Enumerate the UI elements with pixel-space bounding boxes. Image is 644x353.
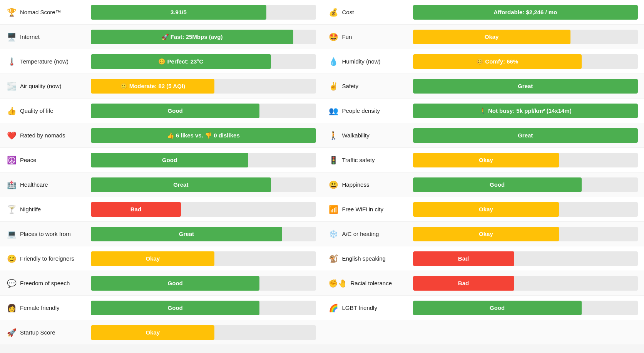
metric-label: ✊🤚 Racial tolerance <box>328 279 413 288</box>
bar-area: 😐 Moderate: 82 (5 AQI) <box>91 79 316 94</box>
metric-name: A/C or heating <box>342 231 379 237</box>
bar-area: Good <box>91 104 316 118</box>
metric-name: Rated by nomads <box>20 132 65 139</box>
metric-name: Nomad Score™ <box>20 9 61 15</box>
bar-wrapper: Okay <box>413 153 638 167</box>
metric-label: 🏆 Nomad Score™ <box>6 8 91 17</box>
metric-icon: ✊🤚 <box>328 279 348 288</box>
metric-name: Internet <box>20 33 40 40</box>
metric-name: Walkability <box>342 132 370 139</box>
score-bar: Okay <box>91 325 214 340</box>
table-row: 🚀 Startup Score Okay <box>0 320 322 345</box>
table-row: 💧 Humidity (now) 😊 Comfy: 66% <box>322 49 644 74</box>
metric-icon: 😃 <box>328 180 339 189</box>
bar-area: 🚶 Not busy: 5k ppl/km² (14x14m) <box>413 104 638 118</box>
right-column: 💰 Cost Affordable: $2,246 / mo 🤩 Fun Oka… <box>322 0 644 345</box>
table-row: 🌡️ Temperature (now) 😊 Perfect: 23°C <box>0 49 322 74</box>
score-bar: Okay <box>413 153 559 167</box>
metric-name: Air quality (now) <box>20 83 62 89</box>
metric-icon: 🚀 <box>6 328 17 337</box>
metric-icon: 👍 <box>6 106 17 115</box>
metric-name: Friendly to foreigners <box>20 255 74 262</box>
table-row: ✊🤚 Racial tolerance Bad <box>322 271 644 296</box>
metric-icon: 💻 <box>6 229 17 239</box>
metric-label: 💰 Cost <box>328 8 413 17</box>
score-bar: 3.91/5 <box>91 5 266 20</box>
metric-name: Safety <box>342 83 359 89</box>
table-row: 🚶 Walkability Great <box>322 123 644 148</box>
metric-name: Fun <box>342 33 352 40</box>
bar-area: 3.91/5 <box>91 5 316 20</box>
metric-label: 🏥 Healthcare <box>6 180 91 189</box>
score-bar: 🚀 Fast: 25Mbps (avg) <box>91 30 293 44</box>
metric-label: 👩 Female friendly <box>6 303 91 313</box>
bar-wrapper: Good <box>91 153 316 167</box>
bar-area: Great <box>91 227 316 241</box>
metric-label: 🌫️ Air quality (now) <box>6 82 91 91</box>
metric-name: Humidity (now) <box>342 58 381 65</box>
metric-label: 😃 Happiness <box>328 180 413 189</box>
bar-wrapper: Good <box>413 301 638 315</box>
table-row: ☮️ Peace Good <box>0 148 322 172</box>
left-column: 🏆 Nomad Score™ 3.91/5 🖥️ Internet 🚀 Fast… <box>0 0 322 345</box>
metric-icon: 🏆 <box>6 8 17 17</box>
metric-label: 💻 Places to work from <box>6 229 91 239</box>
score-bar: 👍 6 likes vs. 👎 0 dislikes <box>91 128 316 143</box>
metric-label: 😊 Friendly to foreigners <box>6 254 91 263</box>
metric-name: Temperature (now) <box>20 58 69 65</box>
metric-label: ❤️ Rated by nomads <box>6 131 91 140</box>
score-bar: Good <box>91 301 259 315</box>
score-bar: 😊 Comfy: 66% <box>413 54 582 69</box>
table-row: 🏥 Healthcare Great <box>0 172 322 197</box>
bar-area: Okay <box>413 227 638 241</box>
table-row: 💻 Places to work from Great <box>0 222 322 246</box>
bar-area: Okay <box>413 153 638 167</box>
table-row: 👥 People density 🚶 Not busy: 5k ppl/km² … <box>322 99 644 123</box>
bar-wrapper: Okay <box>91 325 316 340</box>
bar-area: Good <box>91 301 316 315</box>
metric-icon: 📶 <box>328 205 339 214</box>
score-bar: 😐 Moderate: 82 (5 AQI) <box>91 79 214 94</box>
table-row: 👍 Quality of life Good <box>0 99 322 123</box>
table-row: ✌️ Safety Great <box>322 74 644 99</box>
metric-icon: 🌡️ <box>6 57 17 66</box>
metric-name: Traffic safety <box>342 157 375 163</box>
metric-label: 💧 Humidity (now) <box>328 57 413 66</box>
bar-wrapper: Great <box>413 79 638 94</box>
metric-label: ☮️ Peace <box>6 156 91 165</box>
score-bar: 🚶 Not busy: 5k ppl/km² (14x14m) <box>413 104 638 118</box>
scores-container: 🏆 Nomad Score™ 3.91/5 🖥️ Internet 🚀 Fast… <box>0 0 644 345</box>
metric-icon: 💧 <box>328 57 339 66</box>
metric-name: Startup Score <box>20 329 55 336</box>
table-row: 🍸 Nightlife Bad <box>0 197 322 222</box>
metric-label: 📶 Free WiFi in city <box>328 205 413 214</box>
score-bar: Good <box>91 276 259 291</box>
metric-name: Healthcare <box>20 181 48 188</box>
score-bar: Bad <box>413 276 514 291</box>
metric-icon: 🌫️ <box>6 82 17 91</box>
bar-area: Good <box>91 276 316 291</box>
metric-icon: 🚶 <box>328 131 339 140</box>
metric-icon: 🌈 <box>328 303 339 313</box>
table-row: 🖥️ Internet 🚀 Fast: 25Mbps (avg) <box>0 25 322 49</box>
table-row: 🚦 Traffic safety Okay <box>322 148 644 172</box>
metric-label: 🚶 Walkability <box>328 131 413 140</box>
bar-area: Great <box>91 177 316 192</box>
metric-name: Peace <box>20 157 37 163</box>
bar-wrapper: 😐 Moderate: 82 (5 AQI) <box>91 79 316 94</box>
bar-wrapper: Okay <box>91 251 316 266</box>
score-bar: Good <box>413 177 582 192</box>
table-row: 🏆 Nomad Score™ 3.91/5 <box>0 0 322 25</box>
metric-label: 🌡️ Temperature (now) <box>6 57 91 66</box>
bar-wrapper: Great <box>413 128 638 143</box>
metric-icon: 🍸 <box>6 205 17 214</box>
metric-label: 🍸 Nightlife <box>6 205 91 214</box>
bar-wrapper: Bad <box>413 251 638 266</box>
metric-name: Racial tolerance <box>351 280 392 286</box>
table-row: ❄️ A/C or heating Okay <box>322 222 644 246</box>
score-bar: Okay <box>413 227 559 241</box>
score-bar: Great <box>413 128 638 143</box>
metric-label: 👍 Quality of life <box>6 106 91 115</box>
bar-wrapper: Great <box>91 177 316 192</box>
metric-icon: 🏥 <box>6 180 17 189</box>
